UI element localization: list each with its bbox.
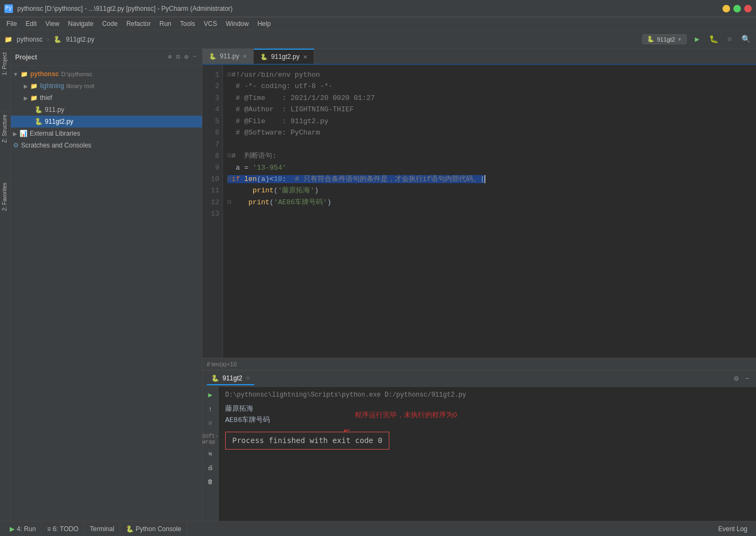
close-button[interactable] [744,5,752,12]
vertical-side-tabs: 1: Project Z: Structure 2: Favorites [0,49,11,521]
bottom-tab-run[interactable]: ▶ 4: Run [4,521,42,537]
toolbar: 📁 pythonsc › 🐍 911gt2.py 🐍 911gt2 ▼ ▶ 🐛 … [0,30,756,49]
app-icon: Py [4,4,13,13]
breadcrumb-separator: › [47,36,49,43]
tab-911gt2py-icon: 🐍 [260,53,268,61]
editor-breadcrumb-status: if len(a)<10 [202,358,756,370]
run-tab-close-icon[interactable]: ✕ [246,375,250,381]
tree-item-scratches[interactable]: ⚙ Scratches and Consoles [11,139,202,151]
bottom-tab-python-console-label: 🐍 Python Console [126,525,181,533]
tree-lightning-extra: library root [66,83,94,89]
run-command: D:\pythonsc\lightning\Scripts\python.exe… [225,390,750,401]
debug-button[interactable]: 🐛 [707,34,719,45]
run-settings-icon[interactable]: ⚙ [732,373,740,384]
run-panel: 🐍 911gt2 ✕ ⚙ − ▶ ↑ ■ Soft-Wrap ⇆ 🖨 🗑 [202,370,756,521]
run-minimize-icon[interactable]: − [743,373,752,384]
run-tab-active[interactable]: 🐍 911gt2 ✕ [207,372,254,385]
tree-root-path: D:\pythonsc [61,71,92,77]
run-stop-btn[interactable]: ■ [205,417,217,429]
code-content[interactable]: ⊟#!/usr/bin/env python # -*- coding: utf… [223,65,756,358]
tree-item-thief[interactable]: ▶ 📁 thief [11,92,202,104]
run-print-btn[interactable]: 🖨 [205,461,217,473]
bottom-tab-run-label: 4: Run [17,525,36,533]
run-panel-header: 🐍 911gt2 ✕ ⚙ − [202,371,756,387]
tree-external-libs-label: External Libraries [30,130,80,137]
settings-icon[interactable]: ⚙ [184,52,190,62]
menu-file[interactable]: File [2,19,21,29]
bottom-tab-todo[interactable]: ≡ 6: TODO [42,521,84,537]
menu-refactor[interactable]: Refactor [122,19,155,29]
tree-911gt2py-label: 911gt2.py [45,118,73,125]
bottom-tab-bar: ▶ 4: Run ≡ 6: TODO Terminal 🐍 Python Con… [0,521,756,536]
run-button[interactable]: ▶ [691,34,703,45]
search-button[interactable]: 🔍 [740,34,752,45]
structure-vertical-tab[interactable]: Z: Structure [0,111,10,146]
tab-911gt2py-close[interactable]: ✕ [303,54,307,60]
project-vertical-tab[interactable]: 1: Project [0,49,10,78]
annotation-text: 程序运行完毕，未执行的程序为0 [355,409,457,420]
breadcrumb-status-label: if len(a)<10 [207,361,237,367]
run-trash-btn[interactable]: 🗑 [205,475,217,487]
run-rerun-btn[interactable]: ↑ [205,403,217,415]
line-numbers: 1 2 3 4 5 6 7 8 9 10 11 12 13 [202,65,223,358]
run-output-line2: AE86车牌号码 [225,414,750,426]
bottom-tab-python-console[interactable]: 🐍 Python Console [120,521,187,537]
project-panel-icons: ⊕ ⊡ ⚙ − [167,52,198,62]
soft-wrap-btn[interactable]: Soft-Wrap [205,433,217,445]
tree-thief-label: thief [40,94,52,102]
project-panel: Project ⊕ ⊡ ⚙ − ▼ 📁 pythonsc D:\pythonsc… [11,49,202,521]
tree-item-lightning[interactable]: ▶ 📁 lightning library root [11,80,202,92]
menu-code[interactable]: Code [98,19,122,29]
title-bar: Py pythonsc [D:\pythonsc] - ...\911gt2.p… [0,0,756,17]
menu-navigate[interactable]: Navigate [64,19,98,29]
menu-tools[interactable]: Tools [176,19,199,29]
menu-edit[interactable]: Edit [21,19,41,29]
menu-window[interactable]: Window [221,19,253,29]
menu-help[interactable]: Help [253,19,275,29]
breadcrumb-project[interactable]: pythonsc [17,36,43,43]
minimize-panel-icon[interactable]: − [192,52,198,62]
menu-view[interactable]: View [41,19,64,29]
breadcrumb-file[interactable]: 911gt2.py [66,36,94,43]
menu-vcs[interactable]: VCS [199,19,221,29]
bottom-tab-todo-label: ≡ 6: TODO [47,525,78,533]
tab-911py-close[interactable]: ✕ [242,53,247,59]
breadcrumb: 📁 pythonsc › 🐍 911gt2.py [4,36,94,43]
tree-lightning-label: lightning [40,82,64,90]
collapse-icon[interactable]: ⊡ [175,52,181,62]
maximize-button[interactable] [733,5,741,12]
menu-bar: File Edit View Navigate Code Refactor Ru… [0,17,756,30]
tree-item-external-libs[interactable]: ▶ 📊 External Libraries [11,128,202,139]
run-panel-body: ▶ ↑ ■ Soft-Wrap ⇆ 🖨 🗑 D:\pythonsc\lightn… [202,387,756,521]
run-tab-label: 911gt2 [222,374,242,382]
run-config-label: 911gt2 [657,36,675,43]
tree-scratches-label: Scratches and Consoles [21,142,91,149]
file-tree: ▼ 📁 pythonsc D:\pythonsc ▶ 📁 lightning l… [11,66,202,521]
minimize-button[interactable] [723,5,730,12]
bottom-tab-terminal[interactable]: Terminal [84,521,120,537]
run-config-dropdown-icon: ▼ [677,37,682,42]
tree-root[interactable]: ▼ 📁 pythonsc D:\pythonsc [11,68,202,80]
stop-button[interactable]: ■ [724,34,735,45]
tab-911py[interactable]: 🐍 911.py ✕ [202,49,254,64]
event-log-button[interactable]: Event Log [714,525,752,533]
run-play-btn[interactable]: ▶ [205,389,217,401]
run-panel-actions: ⚙ − [732,373,752,384]
run-output-line1: 藤原拓海 [225,403,750,414]
tree-item-911gt2py[interactable]: 🐍 911gt2.py [11,116,202,128]
editor-area: 🐍 911.py ✕ 🐍 911gt2.py ✕ 1 2 3 4 5 6 7 8… [202,49,756,521]
favorites-vertical-tab[interactable]: 2: Favorites [0,179,10,214]
menu-run[interactable]: Run [155,19,176,29]
run-config-button[interactable]: 🐍 911gt2 ▼ [642,34,687,44]
toolbar-right: 🐍 911gt2 ▼ ▶ 🐛 ■ 🔍 [642,34,752,45]
tab-911gt2py[interactable]: 🐍 911gt2.py ✕ [254,49,314,64]
tree-item-911py[interactable]: 🐍 911.py [11,104,202,116]
run-left-toolbar: ▶ ↑ ■ Soft-Wrap ⇆ 🖨 🗑 [202,387,219,521]
bottom-tab-terminal-label: Terminal [90,525,114,533]
window-title: pythonsc [D:\pythonsc] - ...\911gt2.py [… [17,5,719,12]
run-wrap-btn[interactable]: ⇆ [205,447,217,459]
sync-icon[interactable]: ⊕ [167,52,173,62]
run-output: D:\pythonsc\lightning\Scripts\python.exe… [219,387,756,521]
code-editor[interactable]: 1 2 3 4 5 6 7 8 9 10 11 12 13 ⊟#!/usr/bi… [202,65,756,358]
tree-911py-label: 911.py [45,106,64,113]
